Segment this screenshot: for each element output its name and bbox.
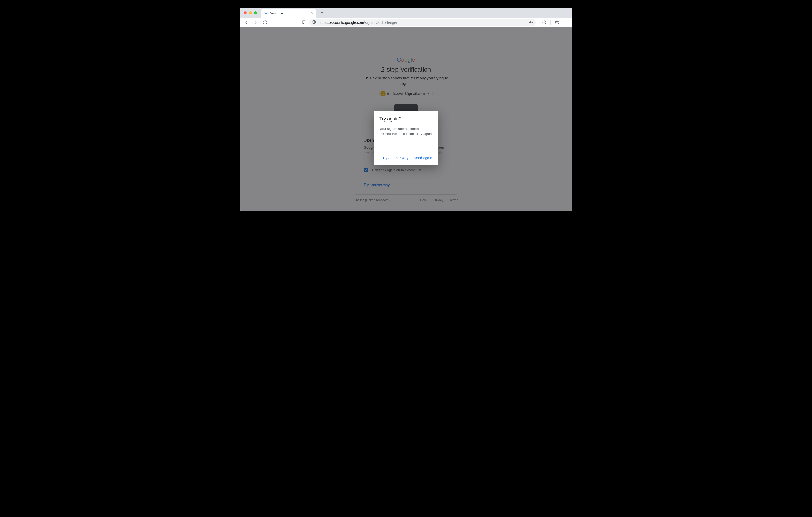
- browser-toolbar: https://accounts.google.com/signin/v2/ch…: [240, 18, 572, 27]
- url-host: accounts.google.com: [329, 20, 364, 25]
- dialog-send-again-button[interactable]: Send again: [413, 154, 433, 161]
- svg-text:G: G: [265, 12, 267, 14]
- dialog-line2: Resend the notification to try again.: [379, 131, 433, 136]
- forward-button[interactable]: [252, 19, 259, 26]
- minimize-window-button[interactable]: [249, 11, 252, 14]
- browser-window: G YouTube ✕ + https://accounts.google.co…: [240, 8, 572, 211]
- svg-point-6: [556, 22, 557, 23]
- svg-point-9: [566, 23, 566, 24]
- close-window-button[interactable]: [243, 11, 247, 14]
- profile-icon[interactable]: [553, 19, 560, 26]
- page-content: Google 2-step Verification This extra st…: [240, 27, 572, 211]
- svg-point-8: [566, 22, 566, 23]
- password-key-icon[interactable]: [528, 20, 533, 25]
- window-controls: [242, 11, 259, 14]
- url-text: https://accounts.google.com/signin/v2/ch…: [318, 20, 397, 25]
- browser-tab[interactable]: G YouTube ✕: [261, 9, 316, 18]
- timeout-dialog: Try again? Your sign-in attempt timed ou…: [374, 111, 438, 165]
- url-scheme: https://: [318, 20, 329, 25]
- back-button[interactable]: [242, 19, 250, 26]
- close-tab-icon[interactable]: ✕: [311, 11, 314, 16]
- toolbar-divider: [550, 20, 551, 25]
- dialog-line1: Your sign-in attempt timed out.: [379, 126, 433, 131]
- tab-favicon: G: [264, 11, 268, 16]
- menu-icon[interactable]: [562, 19, 570, 26]
- address-bar[interactable]: https://accounts.google.com/signin/v2/ch…: [310, 19, 536, 26]
- bookmark-icon[interactable]: [300, 19, 308, 26]
- new-tab-button[interactable]: +: [318, 9, 326, 17]
- svg-point-3: [529, 21, 530, 23]
- tabstrip: G YouTube ✕ +: [240, 8, 572, 18]
- info-icon[interactable]: [541, 19, 548, 26]
- tab-title: YouTube: [270, 11, 283, 15]
- toolbar-right: [541, 19, 570, 26]
- url-path: /signin/v2/challenge/: [364, 20, 397, 25]
- site-info-icon[interactable]: [312, 20, 316, 25]
- dialog-actions: Try another way Send again: [379, 154, 433, 161]
- dialog-try-another-button[interactable]: Try another way: [382, 154, 409, 161]
- svg-point-7: [566, 21, 566, 21]
- dialog-title: Try again?: [379, 116, 433, 122]
- reload-button[interactable]: [261, 19, 269, 26]
- maximize-window-button[interactable]: [254, 11, 257, 14]
